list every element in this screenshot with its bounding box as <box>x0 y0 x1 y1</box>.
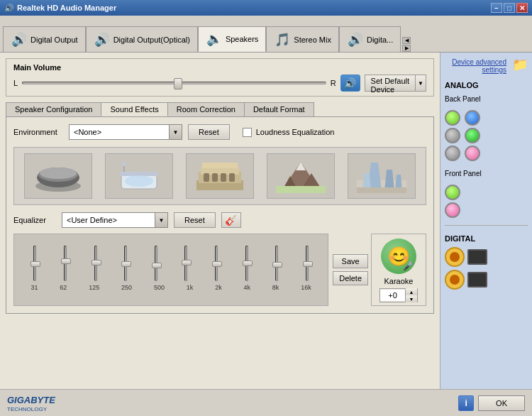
eq-slider-4k <box>245 246 248 281</box>
eq-track-4k[interactable] <box>245 246 248 281</box>
env-bathroom[interactable] <box>105 153 173 199</box>
mountain-icon <box>272 158 329 194</box>
eq-thumb-62[interactable] <box>61 258 71 264</box>
digital-port-1[interactable] <box>467 249 487 265</box>
eq-slider-500 <box>155 246 157 281</box>
tab-room-correction[interactable]: Room Correction <box>167 102 245 116</box>
tab-digital-output-optical[interactable]: 🔊 Digital Output(Optical) <box>86 26 198 52</box>
stone-room-icon <box>30 158 87 194</box>
volume-slider[interactable] <box>22 82 326 84</box>
jack-bp-lime[interactable] <box>445 110 460 126</box>
eq-thumb-4k[interactable] <box>243 261 253 266</box>
environment-images <box>13 147 426 205</box>
tab-nav-left[interactable]: ◀ <box>402 37 411 44</box>
inner-tab-bar: Speaker Configuration Sound Effects Room… <box>6 102 434 117</box>
digital-port-2[interactable] <box>467 272 487 288</box>
maximize-button[interactable]: □ <box>504 3 515 13</box>
svg-rect-16 <box>229 173 235 182</box>
jack-bp-blue[interactable] <box>465 110 480 126</box>
eq-track-62[interactable] <box>64 246 67 281</box>
jack-bp-pink[interactable] <box>465 146 480 161</box>
eq-thumb-500[interactable] <box>152 263 162 268</box>
tab-digital[interactable]: 🔊 Digita... <box>339 26 401 52</box>
volume-thumb[interactable] <box>174 78 182 89</box>
env-stone-room[interactable] <box>24 153 92 199</box>
jack-fp-pink[interactable] <box>445 202 460 218</box>
set-default-arrow[interactable]: ▼ <box>415 75 426 92</box>
main-volume-label: Main Volume <box>13 63 426 72</box>
jack-bp-gray-1[interactable] <box>445 128 460 143</box>
eq-track-500[interactable] <box>155 246 157 281</box>
loudness-checkbox[interactable] <box>243 128 252 137</box>
environment-reset-button[interactable]: Reset <box>188 124 230 140</box>
eq-freq-labels: 31 62 125 250 500 1k 2k 4k 8k 16k <box>20 284 322 291</box>
karaoke-arrows: ▲ ▼ <box>406 288 417 302</box>
eq-track-250[interactable] <box>124 246 127 281</box>
eq-thumb-250[interactable] <box>121 261 131 267</box>
set-default-label[interactable]: Set DefaultDevice <box>365 75 415 92</box>
eq-track-2k[interactable] <box>215 246 218 281</box>
svg-rect-21 <box>276 186 326 193</box>
env-colosseum[interactable] <box>186 153 254 199</box>
karaoke-down-arrow[interactable]: ▼ <box>406 295 417 302</box>
environment-row: Environment <None> ▼ Reset Loudness Equa… <box>13 124 426 140</box>
jack-bp-gray-2[interactable] <box>445 146 460 161</box>
eq-thumb-125[interactable] <box>92 260 101 266</box>
env-city[interactable] <box>348 153 416 199</box>
eq-track-31[interactable] <box>33 246 36 281</box>
loudness-label: Loudness Equalization <box>256 128 335 136</box>
tab-digital-label: Digita... <box>367 35 393 44</box>
svg-point-7 <box>122 162 126 166</box>
tab-default-format[interactable]: Default Format <box>244 102 314 116</box>
eq-track-16k[interactable] <box>306 246 309 281</box>
back-panel-jacks <box>445 110 528 161</box>
eq-thumb-1k[interactable] <box>182 260 192 266</box>
tab-speakers[interactable]: 🔈 Speakers <box>198 26 266 52</box>
folder-icon: 📁 <box>512 57 528 72</box>
close-button[interactable]: ✕ <box>516 3 528 13</box>
back-panel-label: Back Panel <box>445 95 528 103</box>
env-mountain[interactable] <box>267 153 335 199</box>
jack-fp-lime[interactable] <box>445 185 460 200</box>
eq-track-1k[interactable] <box>184 246 187 281</box>
guitar-button[interactable]: 🎸 <box>221 212 241 228</box>
digital-jack-1[interactable] <box>445 247 465 267</box>
minimize-button[interactable]: − <box>491 3 502 13</box>
jack-bp-green[interactable] <box>465 128 480 143</box>
eq-track-8k[interactable] <box>275 246 278 281</box>
volume-icon[interactable]: 🔊 <box>340 75 360 92</box>
sound-effects-content: Environment <None> ▼ Reset Loudness Equa… <box>6 117 434 314</box>
city-icon <box>353 158 410 194</box>
ok-button[interactable]: OK <box>478 395 525 411</box>
tab-stereo-mix[interactable]: 🎵 Stereo Mix <box>266 26 339 52</box>
eq-track-125[interactable] <box>94 246 97 281</box>
eq-thumb-2k[interactable] <box>212 261 222 267</box>
delete-button[interactable]: Delete <box>333 271 368 285</box>
karaoke-up-arrow[interactable]: ▲ <box>406 288 417 295</box>
front-jack-row-2 <box>445 202 528 218</box>
eq-thumb-8k[interactable] <box>272 262 282 268</box>
equalizer-dropdown-arrow[interactable]: ▼ <box>155 213 167 227</box>
equalizer-select[interactable]: <User Define> ▼ <box>62 212 168 228</box>
digital-jack-2[interactable] <box>445 270 465 290</box>
info-button[interactable]: i <box>458 395 474 411</box>
environment-select[interactable]: <None> ▼ <box>69 124 182 140</box>
device-advanced-settings-link[interactable]: Device advancedsettings <box>449 57 509 75</box>
tab-sound-effects[interactable]: Sound Effects <box>101 102 167 116</box>
tab-digital-output[interactable]: 🔊 Digital Output <box>3 26 86 52</box>
equalizer-reset-button[interactable]: Reset <box>174 212 216 228</box>
equalizer-value: <User Define> <box>62 216 155 224</box>
karaoke-value-row: +0 ▲ ▼ <box>379 288 418 302</box>
set-default-device-button[interactable]: Set DefaultDevice ▼ <box>365 75 426 92</box>
tab-speaker-configuration[interactable]: Speaker Configuration <box>6 102 101 116</box>
digital-icon: 🔊 <box>347 31 364 48</box>
main-volume-section: Main Volume L R 🔊 Set DefaultDevice ▼ <box>6 58 434 97</box>
loudness-row: Loudness Equalization <box>243 128 335 137</box>
eq-thumb-31[interactable] <box>31 261 40 267</box>
eq-slider-1k <box>184 246 187 281</box>
tab-nav-right[interactable]: ▶ <box>402 45 411 52</box>
digital-row-1 <box>445 247 528 267</box>
environment-dropdown-arrow[interactable]: ▼ <box>169 125 182 139</box>
eq-thumb-16k[interactable] <box>303 261 313 267</box>
save-button[interactable]: Save <box>333 254 368 268</box>
